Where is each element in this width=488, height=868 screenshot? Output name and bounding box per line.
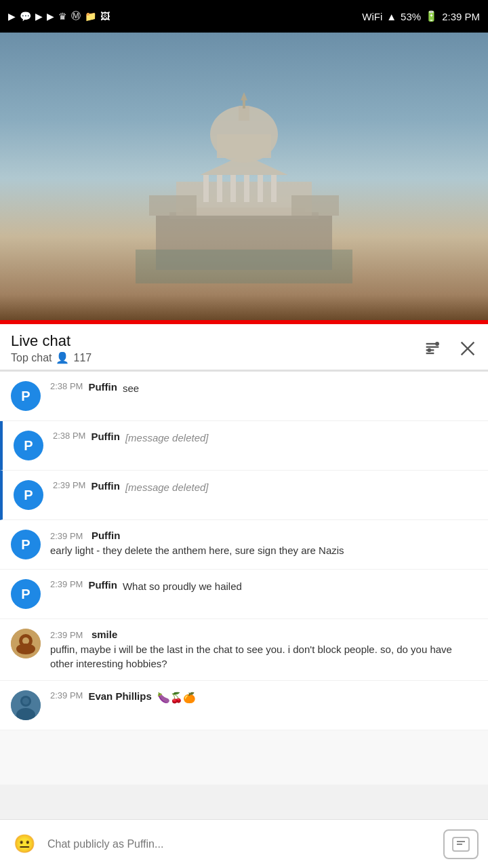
chat-time-1: 2:38 PM xyxy=(50,381,83,391)
bottom-spacer xyxy=(0,730,488,785)
svg-rect-5 xyxy=(217,175,222,202)
svg-rect-9 xyxy=(271,175,277,202)
close-button[interactable] xyxy=(458,339,477,358)
chat-user-6: smile xyxy=(92,629,117,640)
top-chat-label: Top chat xyxy=(11,352,52,364)
svg-rect-16 xyxy=(149,195,197,216)
filter-button[interactable] xyxy=(423,339,442,358)
chat-content-2: 2:38 PM Puffin [message deleted] xyxy=(53,431,477,445)
avatar-puffin-5: P xyxy=(11,579,41,609)
chat-user-5: Puffin xyxy=(88,579,117,591)
capitol-svg xyxy=(136,80,352,283)
chat-input-bar: 😐 xyxy=(0,819,488,868)
svg-point-26 xyxy=(427,348,431,352)
chat-time-3: 2:39 PM xyxy=(53,480,85,490)
chat-time-5: 2:39 PM xyxy=(50,579,83,589)
chat-message-5: P 2:39 PM Puffin What so proudly we hail… xyxy=(0,570,488,619)
emoji-button[interactable]: 😐 xyxy=(9,829,39,859)
chat-user-2: Puffin xyxy=(91,431,120,442)
chat-msg-5: What so proudly we hailed xyxy=(123,579,242,593)
chat-user-7: Evan Phillips xyxy=(88,690,151,702)
status-right: WiFi ▲ 53% 🔋 2:39 PM xyxy=(362,10,480,22)
chat-header: Live chat Top chat 👤 117 xyxy=(0,324,488,370)
chat-header-right[interactable] xyxy=(423,339,477,358)
svg-point-32 xyxy=(16,644,35,654)
chat-msg-6: puffin, maybe i will be the last in the … xyxy=(50,642,477,671)
folder-icon: 📁 xyxy=(85,11,96,22)
video-player[interactable] xyxy=(0,33,488,324)
chat-icon: 💬 xyxy=(20,11,31,22)
battery-icon: 🔋 xyxy=(425,10,438,22)
chat-content-3: 2:39 PM Puffin [message deleted] xyxy=(53,480,477,494)
chat-content-4: 2:39 PM Puffin early light - they delete… xyxy=(50,530,477,557)
chat-msg-7: 🍆🍒🍊 xyxy=(157,690,196,705)
chat-list: P 2:38 PM Puffin see P 2:38 PM Puffin [m… xyxy=(0,372,488,785)
signal-icon: ▲ xyxy=(386,11,396,22)
chat-message-2: P 2:38 PM Puffin [message deleted] xyxy=(0,421,488,471)
avatar-puffin-4: P xyxy=(11,530,41,559)
chat-msg-2: [message deleted] xyxy=(125,431,209,445)
chat-sub: Top chat 👤 117 xyxy=(11,351,92,364)
chat-content-5: 2:39 PM Puffin What so proudly we hailed xyxy=(50,579,477,593)
youtube-icon: ▶ xyxy=(35,11,43,22)
chat-user-3: Puffin xyxy=(91,480,120,492)
viewer-icon: 👤 xyxy=(56,351,69,364)
chat-msg-3: [message deleted] xyxy=(125,480,209,494)
chat-message-6: 2:39 PM smile puffin, maybe i will be th… xyxy=(0,619,488,681)
svg-rect-20 xyxy=(136,250,352,283)
svg-point-25 xyxy=(435,342,439,346)
clock: 2:39 PM xyxy=(442,11,480,22)
crown-icon: ♛ xyxy=(58,11,67,22)
svg-rect-4 xyxy=(203,175,209,202)
svg-rect-8 xyxy=(258,175,263,202)
tv-icon: ▶ xyxy=(8,11,16,22)
avatar-puffin-2: P xyxy=(14,431,43,460)
chat-msg-1: see xyxy=(123,381,139,395)
chat-msg-4: early light - they delete the anthem her… xyxy=(50,543,477,557)
avatar-evan xyxy=(11,690,41,720)
chat-message-3: P 2:39 PM Puffin [message deleted] xyxy=(0,471,488,520)
viewer-count: 117 xyxy=(73,352,92,364)
chat-message-1: P 2:38 PM Puffin see xyxy=(0,372,488,421)
chat-content-6: 2:39 PM smile puffin, maybe i will be th… xyxy=(50,629,477,671)
svg-rect-6 xyxy=(230,175,236,202)
wifi-icon: WiFi xyxy=(362,11,382,22)
chat-user-4: Puffin xyxy=(92,530,121,541)
chat-message-7: 2:39 PM Evan Phillips 🍆🍒🍊 xyxy=(0,681,488,730)
battery-level: 53% xyxy=(401,11,421,22)
svg-point-31 xyxy=(22,637,29,644)
chat-time-6: 2:39 PM xyxy=(50,630,83,640)
svg-rect-7 xyxy=(244,175,249,202)
chat-header-left: Live chat Top chat 👤 117 xyxy=(11,332,92,364)
live-chat-title: Live chat xyxy=(11,332,92,350)
svg-rect-14 xyxy=(243,99,245,108)
chat-content-7: 2:39 PM Evan Phillips 🍆🍒🍊 xyxy=(50,690,477,705)
svg-rect-17 xyxy=(291,195,339,216)
status-icons: ▶ 💬 ▶ ▶ ♛ Ⓜ 📁 🖼 xyxy=(8,10,110,22)
chat-user-1: Puffin xyxy=(88,381,117,393)
chat-time-4: 2:39 PM xyxy=(50,531,83,541)
avatar-puffin-3: P xyxy=(14,480,43,510)
chat-message-4: P 2:39 PM Puffin early light - they dele… xyxy=(0,520,488,570)
send-button[interactable] xyxy=(443,829,479,859)
mastodon-icon: Ⓜ xyxy=(71,10,81,22)
chat-time-2: 2:38 PM xyxy=(53,431,85,441)
avatar-smile xyxy=(11,629,41,658)
chat-time-7: 2:39 PM xyxy=(50,690,83,701)
image-icon: 🖼 xyxy=(100,11,110,22)
svg-marker-15 xyxy=(241,92,247,100)
chat-content-1: 2:38 PM Puffin see xyxy=(50,381,477,395)
chat-input[interactable] xyxy=(47,838,435,850)
svg-point-36 xyxy=(22,698,29,705)
avatar-puffin-1: P xyxy=(11,381,41,411)
status-bar: ▶ 💬 ▶ ▶ ♛ Ⓜ 📁 🖼 WiFi ▲ 53% 🔋 2:39 PM xyxy=(0,0,488,33)
youtube2-icon: ▶ xyxy=(47,11,54,22)
